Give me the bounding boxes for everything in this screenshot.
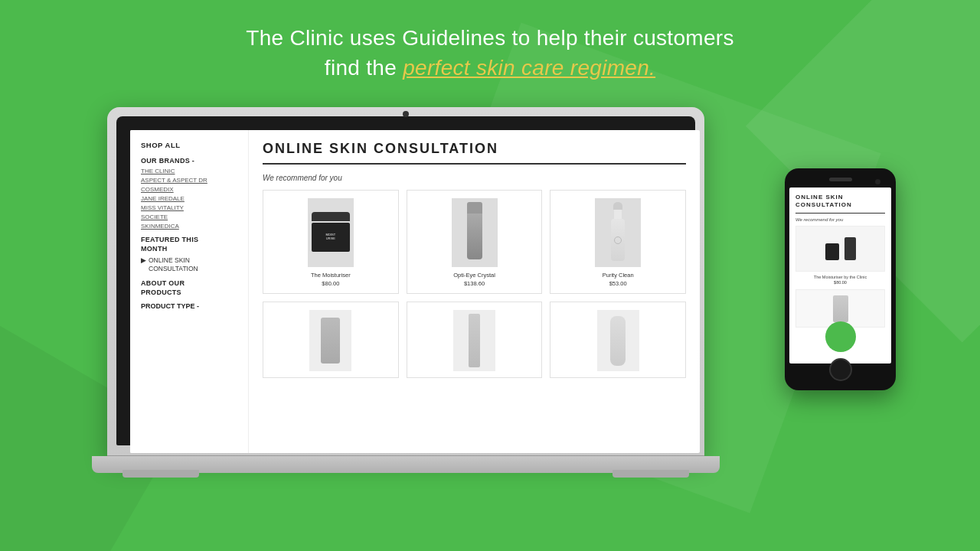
small-product-shape-3 bbox=[610, 316, 626, 366]
header-line1: The Clinic uses Guidelines to help their… bbox=[0, 23, 980, 53]
phone-product-label: The Moisturiser by the Clinic bbox=[795, 275, 885, 281]
sidebar-brand-aspect[interactable]: ASPECT & ASPECT DR bbox=[141, 177, 237, 184]
laptop-sidebar: SHOP ALL OUR BRANDS - THE CLINIC ASPECT … bbox=[130, 130, 249, 453]
sidebar-consultation-text: ONLINE SKINCONSULTATION bbox=[149, 256, 198, 273]
product-img-eye-crystal bbox=[452, 198, 498, 267]
product-card-2-2[interactable] bbox=[407, 302, 543, 378]
product-price-moisturiser: $80.00 bbox=[322, 280, 339, 287]
phone-title: ONLINE SKIN CONSULTATION bbox=[795, 194, 885, 214]
tube-body bbox=[467, 214, 482, 259]
phone-prod-shape-2 bbox=[833, 295, 848, 322]
product-img-purity bbox=[595, 198, 641, 267]
laptop-main-area: ONLINE SKIN CONSULTATION We recommend fo… bbox=[249, 130, 700, 453]
bottle-neck bbox=[614, 210, 622, 219]
product-img-small-2 bbox=[453, 310, 495, 371]
product-card-2-3[interactable] bbox=[550, 302, 686, 378]
small-product-shape-2 bbox=[469, 314, 480, 367]
phone-prod-dark2 bbox=[844, 237, 856, 260]
sidebar-about[interactable]: ABOUT OURPRODUCTS bbox=[141, 279, 237, 297]
product-price-purity: $53.00 bbox=[609, 280, 627, 287]
product-name-eye-crystal: Opti-Eye Crystal bbox=[453, 272, 495, 279]
sidebar-brand-cosmedix[interactable]: COSMEDIX bbox=[141, 186, 237, 193]
sidebar-brand-jane[interactable]: JANE IREDALE bbox=[141, 195, 237, 202]
tube-cap bbox=[467, 202, 482, 214]
sidebar-brand-skinmedica[interactable]: SKINMEDICA bbox=[141, 223, 237, 230]
jar-label: MOISTURISE bbox=[325, 233, 335, 241]
product-card-eye-crystal[interactable]: Opti-Eye Crystal $138.60 bbox=[407, 190, 543, 294]
phone-body: ONLINE SKIN CONSULTATION We recommend fo… bbox=[785, 168, 896, 390]
laptop-bezel: SHOP ALL OUR BRANDS - THE CLINIC ASPECT … bbox=[116, 116, 695, 445]
purity-shape bbox=[611, 202, 625, 263]
jar-lid bbox=[312, 212, 350, 221]
arrow-icon: ▶ bbox=[141, 256, 146, 266]
phone-product-img-1 bbox=[795, 226, 885, 272]
laptop-foot-right bbox=[612, 470, 689, 478]
products-row-1: MOISTURISE The Moisturiser $80.00 bbox=[263, 190, 686, 294]
product-img-small-1 bbox=[309, 310, 351, 371]
sidebar-product-type[interactable]: PRODUCT TYPE - bbox=[141, 302, 237, 310]
laptop-outer: SHOP ALL OUR BRANDS - THE CLINIC ASPECT … bbox=[107, 107, 704, 482]
sidebar-brand-societe[interactable]: SOCIETE bbox=[141, 214, 237, 220]
sidebar-brand-miss[interactable]: MISS VITALITY bbox=[141, 204, 237, 211]
bottle-logo bbox=[614, 236, 622, 244]
phone-camera-icon bbox=[875, 179, 880, 184]
recommend-text: We recommend for you bbox=[263, 174, 686, 182]
bottle-cap bbox=[613, 202, 622, 210]
phone: ONLINE SKIN CONSULTATION We recommend fo… bbox=[785, 168, 896, 390]
product-name-purity: Purity Clean bbox=[603, 272, 634, 279]
eye-crystal-shape bbox=[467, 202, 482, 263]
sidebar-our-brands[interactable]: OUR BRANDS - bbox=[141, 157, 237, 165]
header-highlight: perfect skin care regimen. bbox=[403, 56, 655, 80]
header-line2: find the perfect skin care regimen. bbox=[0, 53, 980, 83]
laptop-camera bbox=[403, 111, 409, 117]
product-img-moisturiser: MOISTURISE bbox=[308, 198, 354, 267]
sidebar-featured-month: FEATURED THISMONTH bbox=[141, 236, 237, 253]
phone-recommend: We recommend for you bbox=[795, 217, 885, 222]
product-card-purity[interactable]: Purity Clean $53.00 bbox=[550, 190, 686, 294]
jar-body: MOISTURISE bbox=[312, 223, 350, 252]
laptop-foot-left bbox=[122, 470, 199, 478]
bottle-body bbox=[611, 219, 625, 261]
sidebar-shop-all[interactable]: SHOP ALL bbox=[141, 141, 237, 149]
phone-home-button[interactable] bbox=[829, 358, 852, 381]
laptop-lid: SHOP ALL OUR BRANDS - THE CLINIC ASPECT … bbox=[107, 107, 704, 459]
laptop-screen: SHOP ALL OUR BRANDS - THE CLINIC ASPECT … bbox=[130, 130, 700, 453]
small-product-shape-1 bbox=[321, 318, 340, 364]
sidebar-brand-clinic[interactable]: THE CLINIC bbox=[141, 168, 237, 174]
phone-prod-dark1 bbox=[825, 243, 839, 260]
products-row-2 bbox=[263, 302, 686, 378]
product-price-eye-crystal: $138.60 bbox=[464, 280, 485, 287]
phone-product-price: $80.00 bbox=[795, 280, 885, 285]
laptop: SHOP ALL OUR BRANDS - THE CLINIC ASPECT … bbox=[107, 107, 720, 505]
phone-action-button[interactable] bbox=[825, 321, 856, 352]
phone-speaker bbox=[829, 178, 852, 181]
page-title: ONLINE SKIN CONSULTATION bbox=[263, 141, 686, 165]
screen-content: SHOP ALL OUR BRANDS - THE CLINIC ASPECT … bbox=[130, 130, 700, 453]
header-section: The Clinic uses Guidelines to help their… bbox=[0, 23, 980, 83]
product-name-moisturiser: The Moisturiser bbox=[311, 272, 351, 279]
product-card-2-1[interactable] bbox=[263, 302, 399, 378]
phone-screen-content: ONLINE SKIN CONSULTATION We recommend fo… bbox=[789, 187, 891, 334]
sidebar-consultation-link[interactable]: ▶ ONLINE SKINCONSULTATION bbox=[141, 256, 237, 273]
moisturiser-shape: MOISTURISE bbox=[312, 212, 350, 254]
product-img-small-3 bbox=[597, 310, 639, 371]
product-card-moisturiser[interactable]: MOISTURISE The Moisturiser $80.00 bbox=[263, 190, 399, 294]
